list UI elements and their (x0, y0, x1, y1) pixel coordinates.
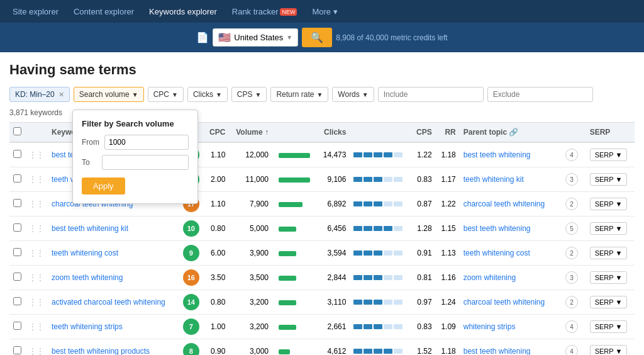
row-cpc-cell: 6.00 (204, 241, 229, 266)
parent-topic-link[interactable]: zoom whitening (464, 273, 516, 282)
words-filter-btn[interactable]: Words ▼ (332, 87, 374, 102)
serp-button[interactable]: SERP ▼ (590, 222, 628, 235)
serp-button[interactable]: SERP ▼ (590, 345, 628, 355)
row-parent-topic-cell: teeth whitening kit (460, 167, 562, 192)
row-checkbox[interactable] (13, 174, 21, 183)
row-checkbox[interactable] (13, 346, 21, 354)
parent-topic-link[interactable]: whitening strips (464, 322, 516, 331)
row-checkbox-cell (9, 142, 25, 167)
nav-site-explorer[interactable]: Site explorer (6, 3, 65, 20)
row-clicks-cell: 6,892 (317, 192, 350, 217)
serp-button[interactable]: SERP ▼ (590, 320, 628, 333)
return-rate-arrow-icon: ▼ (316, 91, 323, 98)
th-clicks[interactable]: Clicks (317, 123, 350, 143)
kd-chip-label: KD: Min–20 (15, 90, 55, 99)
parent-topic-link[interactable]: best teeth whitening (464, 347, 531, 355)
serp-button[interactable]: SERP ▼ (590, 296, 628, 308)
keyword-link[interactable]: zoom teeth whitening (52, 273, 123, 282)
keyword-link[interactable]: activated charcoal teeth whitening (52, 298, 165, 307)
parent-topic-link[interactable]: best teeth whitening (464, 224, 531, 233)
include-input[interactable] (378, 87, 484, 102)
row-parent-topic-cell: teeth whitening cost (460, 241, 562, 266)
th-cpc[interactable]: CPC (204, 123, 229, 143)
parent-topic-link[interactable]: best teeth whitening (464, 150, 531, 159)
row-cps-cell: 0.83 (411, 167, 435, 192)
row-clicks-cell: 3,110 (317, 290, 350, 315)
serp-button[interactable]: SERP ▼ (590, 271, 628, 284)
row-cps-cell: 1.22 (411, 142, 435, 167)
th-rr[interactable]: RR (436, 123, 460, 143)
main-content: Having same terms KD: Min–20 ✕ Search vo… (0, 52, 644, 355)
cps-filter-btn[interactable]: CPS ▼ (231, 87, 267, 102)
links-count: 2 (565, 198, 578, 210)
parent-topic-link[interactable]: charcoal teeth whitening (464, 298, 545, 307)
nav-more[interactable]: More ▾ (306, 3, 343, 20)
row-volume-bar-cell (272, 266, 317, 290)
cpc-label: CPC (153, 90, 169, 99)
row-cpc-cell: 1.00 (204, 315, 229, 339)
row-checkbox[interactable] (13, 297, 21, 305)
search-volume-filter-btn[interactable]: Search volume ▼ (74, 87, 144, 102)
keyword-link[interactable]: teeth whitening strips (52, 322, 123, 331)
row-kd-cell: 14 (178, 290, 204, 315)
apply-button[interactable]: Apply (82, 178, 125, 194)
row-parent-topic-cell: best teeth whitening (460, 339, 562, 356)
th-parent-topic[interactable]: Parent topic 🔗 (460, 123, 562, 143)
row-checkbox[interactable] (13, 322, 21, 330)
row-checkbox[interactable] (13, 199, 21, 207)
parent-topic-link[interactable]: teeth whitening kit (464, 175, 524, 184)
parent-topic-link[interactable]: teeth whitening cost (464, 249, 530, 257)
row-links-cell: 3 (562, 266, 586, 290)
serp-button[interactable]: SERP ▼ (590, 247, 628, 259)
nav-rank-tracker[interactable]: Rank tracker (226, 3, 304, 20)
nav-keywords-explorer[interactable]: Keywords explorer (143, 3, 223, 20)
to-input[interactable] (102, 155, 189, 170)
select-all-checkbox[interactable] (13, 127, 21, 135)
th-cps[interactable]: CPS (411, 123, 435, 143)
row-cps-cell: 0.81 (411, 266, 435, 290)
cps-label: CPS (237, 90, 253, 99)
row-checkbox[interactable] (13, 150, 21, 158)
search-button[interactable]: 🔍 (302, 28, 332, 47)
row-volume-cell: 3,900 (229, 241, 272, 266)
nav-content-explorer[interactable]: Content explorer (67, 3, 140, 20)
cpc-filter-btn[interactable]: CPC ▼ (148, 87, 184, 102)
serp-arrow-icon: ▼ (616, 200, 623, 208)
serp-button[interactable]: SERP ▼ (590, 173, 628, 186)
row-kd-cell: 7 (178, 315, 204, 339)
row-volume-cell: 11,000 (229, 167, 272, 192)
keyword-link[interactable]: best teeth whitening kit (52, 224, 128, 233)
serp-button[interactable]: SERP ▼ (590, 198, 628, 210)
return-rate-filter-btn[interactable]: Return rate ▼ (270, 87, 328, 102)
table-row: ⋮⋮ best teeth whitening products 8 0.90 … (9, 339, 635, 356)
row-parent-topic-cell: charcoal teeth whitening (460, 290, 562, 315)
country-select[interactable]: 🇺🇸 United States ▼ (213, 28, 298, 47)
keyword-link[interactable]: best teeth whitening products (52, 347, 150, 355)
volume-bar (279, 300, 296, 305)
clicks-arrow-icon: ▼ (216, 91, 222, 98)
row-checkbox[interactable] (13, 223, 21, 232)
row-parent-topic-cell: best teeth whitening (460, 142, 562, 167)
parent-topic-link[interactable]: charcoal teeth whitening (464, 200, 545, 208)
credits-text: 8,908 of 40,000 metric credits left (336, 33, 447, 42)
serp-button[interactable]: SERP ▼ (590, 149, 628, 161)
row-drag-handle: ⋮⋮ (25, 192, 48, 217)
page-title: Having same terms (9, 62, 635, 78)
row-checkbox[interactable] (13, 248, 21, 256)
words-label: Words (338, 90, 359, 99)
row-volume-cell: 7,900 (229, 192, 272, 217)
row-rr-cell: 1.24 (436, 290, 460, 315)
cps-bar (353, 349, 407, 354)
keyword-link[interactable]: teeth whitening cost (52, 249, 118, 257)
links-count: 3 (565, 173, 578, 186)
kd-chip-close-icon[interactable]: ✕ (58, 91, 64, 99)
exclude-input[interactable] (487, 87, 593, 102)
th-volume[interactable]: Volume ↑ (229, 123, 272, 143)
row-volume-bar-cell (272, 192, 317, 217)
popup-to-row: To (82, 155, 189, 170)
row-checkbox[interactable] (13, 273, 21, 281)
from-input[interactable] (104, 135, 189, 150)
clicks-filter-btn[interactable]: Clicks ▼ (187, 87, 228, 102)
th-serp[interactable]: SERP (586, 123, 635, 143)
kd-filter-chip[interactable]: KD: Min–20 ✕ (9, 87, 70, 102)
